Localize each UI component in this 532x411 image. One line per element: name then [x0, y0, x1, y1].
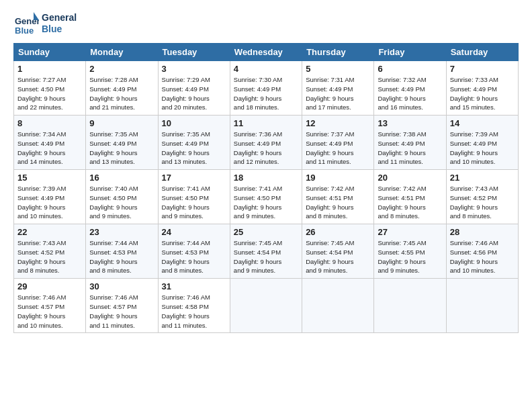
day-detail: Sunrise: 7:40 AMSunset: 4:50 PMDaylight:…	[89, 185, 138, 220]
day-detail: Sunrise: 7:32 AMSunset: 4:49 PMDaylight:…	[378, 76, 426, 111]
day-detail: Sunrise: 7:37 AMSunset: 4:49 PMDaylight:…	[306, 130, 354, 165]
day-cell: 8Sunrise: 7:34 AMSunset: 4:49 PMDaylight…	[14, 116, 86, 170]
day-detail: Sunrise: 7:39 AMSunset: 4:49 PMDaylight:…	[17, 185, 66, 220]
day-cell: 21Sunrise: 7:43 AMSunset: 4:52 PMDayligh…	[446, 170, 518, 224]
day-number: 21	[450, 173, 515, 183]
day-detail: Sunrise: 7:42 AMSunset: 4:51 PMDaylight:…	[306, 185, 354, 220]
day-number: 7	[450, 64, 515, 74]
day-detail: Sunrise: 7:34 AMSunset: 4:49 PMDaylight:…	[17, 130, 66, 165]
day-cell: 26Sunrise: 7:45 AMSunset: 4:54 PMDayligh…	[302, 224, 374, 279]
day-detail: Sunrise: 7:44 AMSunset: 4:53 PMDaylight:…	[162, 239, 210, 274]
day-cell: 14Sunrise: 7:39 AMSunset: 4:49 PMDayligh…	[446, 116, 518, 170]
calendar-page: General Blue General Blue SundayMondayTu…	[0, 0, 532, 340]
day-detail: Sunrise: 7:41 AMSunset: 4:50 PMDaylight:…	[234, 185, 282, 220]
day-cell: 13Sunrise: 7:38 AMSunset: 4:49 PMDayligh…	[374, 116, 446, 170]
col-header-sunday: Sunday	[14, 44, 86, 61]
header: General Blue General Blue	[13, 11, 519, 36]
svg-text:Blue: Blue	[15, 26, 34, 36]
day-number: 3	[162, 64, 226, 74]
col-header-monday: Monday	[86, 44, 158, 61]
day-cell: 19Sunrise: 7:42 AMSunset: 4:51 PMDayligh…	[302, 170, 374, 224]
day-cell: 20Sunrise: 7:42 AMSunset: 4:51 PMDayligh…	[374, 170, 446, 224]
day-detail: Sunrise: 7:33 AMSunset: 4:49 PMDaylight:…	[450, 76, 498, 111]
day-number: 24	[162, 227, 226, 237]
day-detail: Sunrise: 7:30 AMSunset: 4:49 PMDaylight:…	[234, 76, 282, 111]
day-cell: 9Sunrise: 7:35 AMSunset: 4:49 PMDaylight…	[86, 116, 158, 170]
day-cell: 4Sunrise: 7:30 AMSunset: 4:49 PMDaylight…	[230, 61, 302, 116]
day-number: 25	[234, 227, 298, 237]
days-header-row: SundayMondayTuesdayWednesdayThursdayFrid…	[14, 44, 519, 61]
week-row-1: 1Sunrise: 7:27 AMSunset: 4:50 PMDaylight…	[14, 61, 519, 116]
day-number: 28	[450, 227, 515, 237]
day-detail: Sunrise: 7:42 AMSunset: 4:51 PMDaylight:…	[378, 185, 426, 220]
day-number: 27	[378, 227, 442, 237]
calendar-table: SundayMondayTuesdayWednesdayThursdayFrid…	[13, 43, 519, 333]
day-detail: Sunrise: 7:46 AMSunset: 4:57 PMDaylight:…	[89, 293, 138, 328]
day-detail: Sunrise: 7:45 AMSunset: 4:55 PMDaylight:…	[378, 239, 426, 274]
week-row-4: 22Sunrise: 7:43 AMSunset: 4:52 PMDayligh…	[14, 224, 519, 279]
week-row-2: 8Sunrise: 7:34 AMSunset: 4:49 PMDaylight…	[14, 116, 519, 170]
day-number: 30	[89, 281, 154, 291]
day-cell	[230, 279, 302, 333]
day-detail: Sunrise: 7:35 AMSunset: 4:49 PMDaylight:…	[162, 130, 210, 165]
day-cell: 28Sunrise: 7:46 AMSunset: 4:56 PMDayligh…	[446, 224, 518, 279]
logo-text-general: General	[42, 12, 77, 24]
day-cell: 7Sunrise: 7:33 AMSunset: 4:49 PMDaylight…	[446, 61, 518, 116]
day-number: 16	[89, 173, 154, 183]
day-number: 1	[17, 64, 82, 74]
day-cell: 6Sunrise: 7:32 AMSunset: 4:49 PMDaylight…	[374, 61, 446, 116]
day-detail: Sunrise: 7:43 AMSunset: 4:52 PMDaylight:…	[17, 239, 66, 274]
day-cell	[302, 279, 374, 333]
day-cell: 24Sunrise: 7:44 AMSunset: 4:53 PMDayligh…	[158, 224, 230, 279]
day-cell: 3Sunrise: 7:29 AMSunset: 4:49 PMDaylight…	[158, 61, 230, 116]
col-header-tuesday: Tuesday	[158, 44, 230, 61]
day-number: 15	[17, 173, 82, 183]
day-cell: 17Sunrise: 7:41 AMSunset: 4:50 PMDayligh…	[158, 170, 230, 224]
day-cell: 16Sunrise: 7:40 AMSunset: 4:50 PMDayligh…	[86, 170, 158, 224]
day-detail: Sunrise: 7:46 AMSunset: 4:57 PMDaylight:…	[17, 293, 66, 328]
day-cell: 15Sunrise: 7:39 AMSunset: 4:49 PMDayligh…	[14, 170, 86, 224]
day-number: 4	[234, 64, 298, 74]
day-cell: 11Sunrise: 7:36 AMSunset: 4:49 PMDayligh…	[230, 116, 302, 170]
day-cell: 31Sunrise: 7:46 AMSunset: 4:58 PMDayligh…	[158, 279, 230, 333]
logo-text-blue: Blue	[42, 24, 77, 35]
logo: General Blue General Blue	[13, 11, 77, 36]
day-number: 17	[162, 173, 226, 183]
day-number: 26	[306, 227, 370, 237]
day-number: 29	[17, 281, 82, 291]
day-detail: Sunrise: 7:45 AMSunset: 4:54 PMDaylight:…	[306, 239, 354, 274]
day-number: 10	[162, 118, 226, 128]
day-number: 9	[89, 118, 154, 128]
day-number: 20	[378, 173, 442, 183]
day-detail: Sunrise: 7:31 AMSunset: 4:49 PMDaylight:…	[306, 76, 354, 111]
day-cell: 1Sunrise: 7:27 AMSunset: 4:50 PMDaylight…	[14, 61, 86, 116]
logo-icon: General Blue	[13, 11, 39, 36]
day-number: 22	[17, 227, 82, 237]
day-number: 19	[306, 173, 370, 183]
day-cell	[446, 279, 518, 333]
day-detail: Sunrise: 7:41 AMSunset: 4:50 PMDaylight:…	[162, 185, 210, 220]
day-number: 13	[378, 118, 442, 128]
day-number: 8	[17, 118, 82, 128]
day-detail: Sunrise: 7:46 AMSunset: 4:56 PMDaylight:…	[450, 239, 498, 274]
col-header-thursday: Thursday	[302, 44, 374, 61]
day-cell: 22Sunrise: 7:43 AMSunset: 4:52 PMDayligh…	[14, 224, 86, 279]
day-cell: 27Sunrise: 7:45 AMSunset: 4:55 PMDayligh…	[374, 224, 446, 279]
day-cell: 29Sunrise: 7:46 AMSunset: 4:57 PMDayligh…	[14, 279, 86, 333]
day-number: 2	[89, 64, 154, 74]
week-row-3: 15Sunrise: 7:39 AMSunset: 4:49 PMDayligh…	[14, 170, 519, 224]
day-number: 23	[89, 227, 154, 237]
day-number: 31	[162, 281, 226, 291]
col-header-friday: Friday	[374, 44, 446, 61]
day-cell: 5Sunrise: 7:31 AMSunset: 4:49 PMDaylight…	[302, 61, 374, 116]
day-cell: 12Sunrise: 7:37 AMSunset: 4:49 PMDayligh…	[302, 116, 374, 170]
day-detail: Sunrise: 7:36 AMSunset: 4:49 PMDaylight:…	[234, 130, 282, 165]
day-detail: Sunrise: 7:35 AMSunset: 4:49 PMDaylight:…	[89, 130, 138, 165]
day-number: 12	[306, 118, 370, 128]
week-row-5: 29Sunrise: 7:46 AMSunset: 4:57 PMDayligh…	[14, 279, 519, 333]
day-number: 5	[306, 64, 370, 74]
day-detail: Sunrise: 7:38 AMSunset: 4:49 PMDaylight:…	[378, 130, 426, 165]
day-cell: 25Sunrise: 7:45 AMSunset: 4:54 PMDayligh…	[230, 224, 302, 279]
day-detail: Sunrise: 7:28 AMSunset: 4:49 PMDaylight:…	[89, 76, 138, 111]
day-detail: Sunrise: 7:43 AMSunset: 4:52 PMDaylight:…	[450, 185, 498, 220]
